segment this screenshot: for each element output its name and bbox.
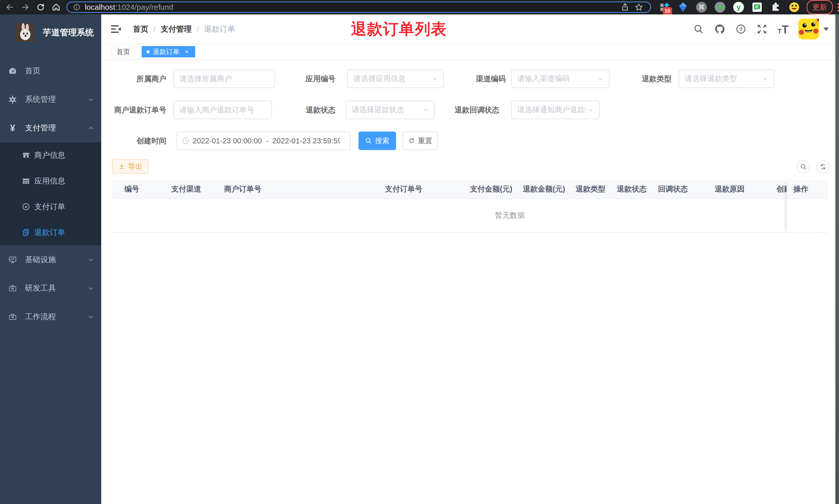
breadcrumb: 首页 / 支付管理 / 退款订单 (133, 24, 235, 35)
extension-badge: 10 (663, 7, 672, 14)
merchant-label: 所属商户 (112, 70, 166, 88)
browser-back-button[interactable] (4, 2, 15, 13)
briefcase-icon (8, 312, 17, 321)
clock-icon (182, 137, 190, 145)
reload-icon (36, 3, 45, 12)
command-icon: ⌘ (696, 2, 707, 13)
sidebar-item-workflow[interactable]: 工作流程 (0, 303, 101, 331)
refund-type-select[interactable]: 请选择退款类型 (679, 70, 774, 88)
page-content: 所属商户 应用编号 请选择应用信息 渠道编码 请输入渠道编码 退款类型 请选择退… (101, 60, 839, 504)
browser-menu-button[interactable] (837, 3, 839, 12)
refresh-icon (820, 163, 826, 170)
extension-y-app[interactable]: y (733, 2, 744, 13)
extension-kite[interactable] (677, 2, 689, 13)
breadcrumb-home[interactable]: 首页 (133, 24, 148, 35)
extension-recorder[interactable] (714, 2, 726, 13)
tab-close-icon[interactable]: × (183, 48, 190, 55)
filter-row-3: 创建时间 2022-01-23 00:00:00 - 2022-01-23 23… (101, 131, 839, 150)
col-header-action: 操作 (787, 180, 828, 199)
notify-status-label: 退款回调状态 (445, 101, 499, 119)
breadcrumb-separator: / (154, 25, 156, 34)
browser-home-button[interactable] (51, 2, 62, 13)
sidebar-item-pay[interactable]: ¥ 支付管理 (0, 114, 101, 142)
chevron-up-icon (88, 125, 94, 131)
merchant-input[interactable] (173, 70, 275, 88)
refund-status-select[interactable]: 请选择退款状态 (345, 101, 435, 119)
reset-button[interactable]: 重置 (403, 131, 438, 150)
merchant-refund-no-label: 商户退款订单号 (112, 101, 166, 119)
refund-doc-icon (22, 228, 30, 237)
chevron-down-icon (88, 96, 94, 103)
table-fixed-action-column: 操作 (787, 180, 828, 233)
refund-status-label: 退款状态 (282, 101, 336, 119)
address-bar[interactable]: localhost:1024/pay/refund (67, 2, 651, 13)
col-header-pay-amount: 支付金额(元) (470, 184, 523, 194)
select-caret-icon (423, 107, 429, 113)
fullscreen-icon (756, 24, 767, 35)
user-menu[interactable] (798, 19, 829, 39)
col-header-merchant-order-no: 商户订单号 (224, 184, 385, 194)
caret-down-icon (824, 28, 829, 31)
extension-devtools[interactable]: 10 (659, 2, 670, 13)
github-link[interactable] (714, 23, 726, 35)
app-select[interactable]: 请选择应用信息 (347, 70, 444, 88)
notify-status-select[interactable]: 请选择通知商户退款结果的 (511, 101, 600, 119)
refresh-table-button[interactable] (816, 160, 830, 174)
tab-home[interactable]: 首页 (112, 46, 135, 57)
date-range-picker[interactable]: 2022-01-23 00:00:00 - 2022-01-23 23:59:5… (177, 131, 351, 150)
sidebar-collapse-button[interactable] (110, 23, 122, 35)
sidebar-item-home[interactable]: 首页 (0, 57, 101, 85)
table-empty-row: 暂无数据 (112, 199, 828, 233)
sidebar-item-infra[interactable]: 基础设施 (0, 245, 101, 274)
tab-refund-order[interactable]: 退款订单 × (142, 46, 195, 57)
extension-chat[interactable] (751, 2, 763, 13)
yen-circle-icon: ¥ (22, 202, 30, 211)
channel-select[interactable]: 请输入渠道编码 (511, 70, 610, 88)
chat-icon (752, 2, 762, 12)
browser-update-button[interactable]: 更新 (806, 0, 833, 14)
date-end-value: 2022-01-23 23:59:59 (272, 137, 340, 145)
fixed-column-body (787, 199, 828, 233)
show-search-toggle-button[interactable] (797, 160, 810, 174)
search-icon (694, 24, 704, 34)
sidebar-item-pay-order[interactable]: ¥ 支付订单 (0, 194, 101, 220)
font-size-button[interactable]: TT (777, 23, 789, 35)
browser-forward-button[interactable] (20, 2, 31, 13)
filter-row-2: 商户退款订单号 退款状态 请选择退款状态 退款回调状态 请选择通知商户退款结果的 (101, 101, 839, 120)
extension-puzzle[interactable] (770, 2, 781, 13)
browser-reload-button[interactable] (35, 2, 46, 13)
export-button[interactable]: 导出 (112, 159, 149, 174)
sidebar-item-devtool[interactable]: 研发工具 (0, 274, 101, 303)
fullscreen-button[interactable] (756, 23, 768, 35)
select-caret-icon (432, 76, 438, 82)
app-logo[interactable]: 芋道管理系统 (0, 14, 101, 42)
help-button[interactable]: ? (735, 23, 747, 35)
sidebar-item-refund-order[interactable]: 退款订单 (0, 220, 101, 245)
refresh-icon (408, 138, 415, 144)
sidebar-item-system[interactable]: 系统管理 (0, 85, 101, 114)
sidebar-item-merchant-info[interactable]: 商户信息 (0, 142, 101, 168)
merchant-refund-no-field[interactable] (179, 106, 266, 114)
table-header-row: 编号 支付渠道 商户订单号 支付订单号 支付金额(元) 退款金额(元) 退款类型… (112, 180, 828, 199)
extension-emoji[interactable] (788, 2, 800, 13)
puzzle-icon (770, 2, 781, 12)
question-circle-icon: ? (735, 24, 746, 35)
share-button[interactable] (619, 2, 631, 13)
search-button[interactable]: 搜索 (358, 131, 396, 150)
header-search-button[interactable] (693, 23, 704, 35)
sidebar-item-app-info[interactable]: 应用信息 (0, 168, 101, 194)
date-separator: - (266, 137, 269, 145)
window-scrollbar[interactable] (835, 14, 839, 504)
breadcrumb-pay[interactable]: 支付管理 (161, 24, 192, 35)
url-path: :1024/pay/refund (115, 3, 173, 12)
empty-data-text: 暂无数据 (495, 210, 525, 221)
merchant-input-field[interactable] (179, 75, 269, 83)
extensions-area: 10 ⌘ y (659, 2, 800, 13)
kite-icon (678, 2, 688, 13)
bookmark-star-button[interactable] (633, 2, 645, 13)
select-caret-icon (763, 76, 768, 82)
app-title: 芋道管理系统 (43, 27, 94, 38)
create-time-label: 创建时间 (112, 131, 166, 150)
merchant-refund-no-input[interactable] (173, 101, 272, 119)
extension-command[interactable]: ⌘ (696, 2, 707, 13)
